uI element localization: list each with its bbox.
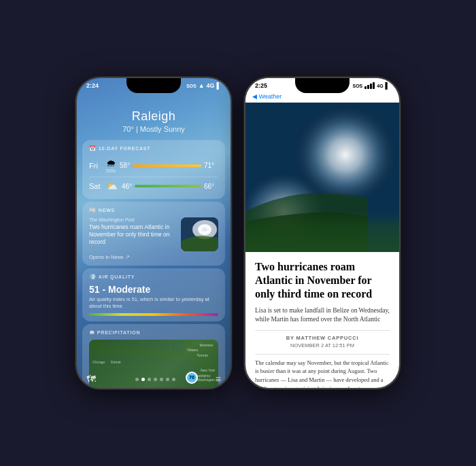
air-icon: 💨 <box>89 274 97 280</box>
forecast-icon-sat: ⛅ <box>106 181 118 192</box>
right-phone: 2:25 SOS 4G ▌ ◀ Weather <box>244 77 401 389</box>
news-card[interactable]: 📰 NEWS The Washington Post Two hurricane… <box>82 202 225 266</box>
dot-3 <box>148 378 151 381</box>
forecast-high-sat: 66° <box>204 183 214 190</box>
city-name: Raleigh <box>77 109 231 124</box>
article-date: NOVEMBER 2 AT 12:51 PM <box>255 342 390 348</box>
dot-4 <box>154 378 157 381</box>
right-sos: SOS <box>352 84 362 88</box>
battery-icon: ▌ <box>217 82 221 89</box>
news-link[interactable]: Opens in News ↗ <box>89 254 218 260</box>
forecast-icon-fri: 🌧 <box>106 158 116 168</box>
forecast-row-sat: Sat ⛅ 46° 66° <box>89 179 218 194</box>
dot-6 <box>166 378 169 381</box>
weather-main: Raleigh 70° | Mostly Sunny <box>77 90 231 137</box>
signal-icon: 4G <box>207 82 215 89</box>
map-label-chicago: Chicago <box>92 360 105 364</box>
forecast-row-fri: Fri 🌧 50% 58° 71° <box>89 156 218 175</box>
dot-1 <box>135 378 139 381</box>
precip-icon: 🌧 <box>89 329 95 336</box>
notch-right <box>295 78 350 93</box>
left-status-icons: SOS ▲ 4G ▌ <box>186 82 221 89</box>
forecast-sub-fri: 50% <box>106 168 116 173</box>
svg-point-3 <box>202 228 207 232</box>
air-index: 51 - Moderate <box>89 284 218 295</box>
bar-fri <box>133 164 201 167</box>
map-label-ottawa: Ottawa <box>187 348 198 352</box>
land-mass <box>245 211 399 252</box>
temp-condition: 70° | Mostly Sunny <box>77 125 231 133</box>
article-headline: Two hurricanes roam Atlantic in November… <box>255 260 390 301</box>
forecast-divider <box>89 177 218 177</box>
forecast-card[interactable]: 📅 10-DAY FORECAST Fri 🌧 50% 58° 71° Sat <box>82 140 225 199</box>
wifi-icon: ▲ <box>199 82 205 89</box>
temperature: 70° <box>122 125 134 133</box>
article-divider-2 <box>255 354 390 355</box>
temp-bar-sat: 46° 66° <box>122 183 214 190</box>
forecast-day-sat: Sat <box>89 182 106 190</box>
news-icon: 📰 <box>89 207 97 213</box>
article-subhead: Lisa is set to make landfall in Belize o… <box>255 306 390 325</box>
dot-5 <box>160 378 163 381</box>
right-battery-icon: ▌ <box>386 82 390 89</box>
forecast-high-fri: 71° <box>204 162 214 169</box>
weather-toolbar: 🗺 ≡ <box>77 370 231 388</box>
map-icon[interactable]: 🗺 <box>86 374 96 384</box>
forecast-low-fri: 58° <box>120 162 130 169</box>
bar-sat <box>135 185 201 187</box>
dot-7 <box>172 378 175 381</box>
article-divider <box>255 330 390 331</box>
left-screen: 2:24 SOS ▲ 4G ▌ Raleigh 70° | Mostly Sun… <box>77 78 231 388</box>
article-byline: BY MATTHEW CAPPUCCI <box>255 335 390 341</box>
forecast-low-sat: 46° <box>122 183 132 190</box>
precip-title: 🌧 PRECIPITATION <box>89 329 218 336</box>
map-label-montreal: Montréal <box>200 343 213 347</box>
air-quality-card[interactable]: 💨 AIR QUALITY 51 - Moderate Air quality … <box>82 268 225 321</box>
right-screen: 2:25 SOS 4G ▌ ◀ Weather <box>245 78 399 388</box>
page-dots <box>135 378 175 381</box>
left-sos: SOS <box>186 84 197 88</box>
air-desc: Air quality index is 51, which is simila… <box>89 296 218 310</box>
condition: Mostly Sunny <box>140 125 185 133</box>
temp-bar-fri: 58° 71° <box>120 162 214 169</box>
map-label-detroit: Detroit <box>111 360 121 364</box>
signal-bars <box>364 82 375 89</box>
dot-2 <box>141 378 145 381</box>
article-hero-image <box>245 103 399 252</box>
news-image <box>181 217 218 251</box>
news-content: The Washington Post Two hurricanes roam … <box>89 217 218 251</box>
left-phone: 2:24 SOS ▲ 4G ▌ Raleigh 70° | Mostly Sun… <box>75 77 232 389</box>
article-body: Two hurricanes roam Atlantic in November… <box>245 252 399 388</box>
notch-left <box>126 78 181 93</box>
news-headline: Two hurricanes roam Atlantic in November… <box>89 223 177 246</box>
separator: | <box>136 125 138 133</box>
right-status-icons: SOS 4G ▌ <box>352 82 390 89</box>
right-signal: 4G <box>377 84 383 88</box>
calendar-icon: 📅 <box>89 145 97 151</box>
article-body-text: The calendar may say November, but the t… <box>255 359 390 388</box>
forecast-title: 📅 10-DAY FORECAST <box>89 145 218 151</box>
left-time: 2:24 <box>86 82 99 89</box>
news-source: The Washington Post <box>89 217 177 222</box>
back-button[interactable]: ◀ Weather <box>252 93 282 100</box>
list-icon[interactable]: ≡ <box>216 374 221 384</box>
forecast-day-fri: Fri <box>89 162 106 170</box>
air-quality-bar <box>89 313 218 316</box>
air-title: 💨 AIR QUALITY <box>89 274 218 280</box>
news-title: 📰 NEWS <box>89 207 218 213</box>
right-time: 2:25 <box>255 82 267 89</box>
map-label-toronto: Toronto <box>197 353 208 357</box>
news-text: The Washington Post Two hurricanes roam … <box>89 217 177 251</box>
